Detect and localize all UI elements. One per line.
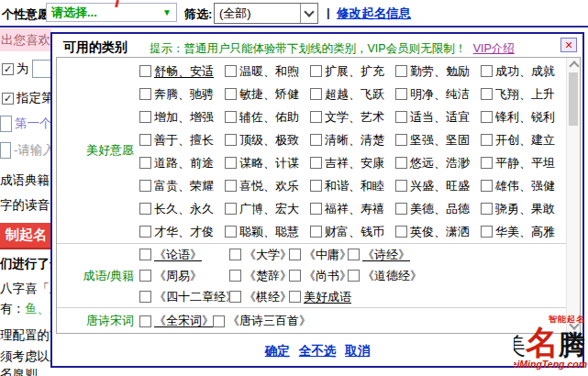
- category-item[interactable]: 锋利、锐利: [481, 105, 566, 128]
- checkbox[interactable]: [139, 180, 151, 192]
- checkbox[interactable]: [139, 157, 151, 169]
- category-item[interactable]: 《诗经》: [348, 244, 410, 265]
- category-item[interactable]: 《中庸》: [289, 244, 348, 265]
- checkbox[interactable]: [481, 180, 493, 192]
- checkbox[interactable]: [310, 203, 322, 215]
- category-item[interactable]: 增加、增强: [139, 105, 225, 128]
- category-item[interactable]: 敏捷、矫健: [225, 83, 310, 105]
- category-item[interactable]: 道路、前途: [139, 151, 225, 174]
- checkbox[interactable]: [229, 270, 241, 282]
- category-item[interactable]: 雄伟、强健: [481, 174, 566, 197]
- checkbox[interactable]: [289, 291, 301, 303]
- category-item[interactable]: 辅佐、佑助: [225, 105, 310, 128]
- category-item[interactable]: 舒畅、安适: [139, 60, 225, 83]
- text-input[interactable]: [32, 60, 51, 78]
- category-item[interactable]: 华美、高雅: [481, 220, 566, 243]
- firstchar-link[interactable]: 第一个字: [15, 116, 50, 132]
- category-item[interactable]: 悠远、浩渺: [395, 151, 481, 174]
- checkbox[interactable]: [139, 270, 151, 282]
- category-item[interactable]: 《论语》: [139, 244, 229, 265]
- scrollbar-thumb[interactable]: [569, 72, 578, 126]
- checkbox[interactable]: [139, 315, 151, 327]
- checkbox[interactable]: [139, 291, 151, 303]
- category-item[interactable]: 《道德经》: [348, 265, 422, 286]
- category-item[interactable]: 喜悦、欢乐: [225, 174, 310, 197]
- category-item[interactable]: 谋略、计谋: [225, 151, 310, 174]
- category-item[interactable]: 兴盛、旺盛: [395, 174, 481, 197]
- checkbox[interactable]: [481, 157, 493, 169]
- checkbox[interactable]: [395, 65, 407, 77]
- category-item[interactable]: 《尚书》: [289, 265, 348, 286]
- category-item[interactable]: 和谐、和睦: [310, 174, 395, 197]
- deselect-all-link[interactable]: 全不选: [299, 344, 337, 358]
- category-item[interactable]: 勤劳、勉励: [395, 60, 481, 83]
- category-item[interactable]: 《周易》: [139, 265, 229, 286]
- checkbox[interactable]: [139, 249, 151, 260]
- checkbox[interactable]: [310, 88, 322, 100]
- checkbox[interactable]: [481, 226, 493, 238]
- checkbox[interactable]: [481, 134, 493, 146]
- checked-checkbox[interactable]: ✓: [2, 93, 14, 105]
- cancel-link[interactable]: 取消: [345, 344, 370, 358]
- confirm-link[interactable]: 确定: [265, 344, 290, 358]
- text-input[interactable]: [0, 116, 12, 132]
- vertical-scrollbar[interactable]: [566, 58, 580, 333]
- category-item[interactable]: 超越、飞跃: [310, 83, 395, 105]
- checkbox[interactable]: [310, 65, 322, 77]
- checkbox[interactable]: [225, 65, 237, 77]
- checkbox[interactable]: [289, 249, 301, 260]
- category-item[interactable]: 《四十二章经》: [139, 286, 229, 307]
- checkbox[interactable]: [139, 134, 151, 146]
- checkbox[interactable]: [229, 249, 241, 260]
- checkbox[interactable]: [225, 180, 237, 192]
- category-item[interactable]: 顶级、极致: [225, 128, 310, 151]
- scroll-up-icon[interactable]: [569, 61, 579, 71]
- category-item[interactable]: 美德、品德: [395, 197, 481, 220]
- checkbox[interactable]: [310, 180, 322, 192]
- category-item[interactable]: 财富、钱币: [310, 220, 395, 243]
- custom-naming-button[interactable]: 制起名: [0, 223, 57, 249]
- checkbox[interactable]: [139, 88, 151, 100]
- checkbox[interactable]: [213, 315, 225, 327]
- checkbox[interactable]: [310, 111, 322, 123]
- checkbox[interactable]: [395, 180, 407, 192]
- checkbox[interactable]: [395, 157, 407, 169]
- category-item[interactable]: 温暖、和煦: [225, 60, 310, 83]
- checkbox[interactable]: [395, 203, 407, 215]
- category-item[interactable]: 善于、擅长: [139, 128, 225, 151]
- category-item[interactable]: 飞翔、上升: [481, 83, 566, 105]
- category-item[interactable]: 平静、平坦: [481, 151, 566, 174]
- modify-info-link[interactable]: 修改起名信息: [337, 6, 411, 22]
- checkbox[interactable]: [139, 65, 151, 77]
- category-item[interactable]: 坚强、坚固: [395, 128, 481, 151]
- category-item[interactable]: 文学、艺术: [310, 105, 395, 128]
- category-item[interactable]: 扩展、扩充: [310, 60, 395, 83]
- category-item[interactable]: 适当、适宜: [395, 105, 481, 128]
- category-item[interactable]: 明净、纯洁: [395, 83, 481, 105]
- vip-intro-link[interactable]: VIP介绍: [473, 42, 515, 55]
- checkbox[interactable]: [139, 203, 151, 215]
- checkbox[interactable]: [481, 88, 493, 100]
- checkbox[interactable]: [481, 203, 493, 215]
- category-item[interactable]: 才华、才俊: [139, 220, 225, 243]
- checkbox[interactable]: [395, 226, 407, 238]
- checkbox[interactable]: [225, 203, 237, 215]
- category-item[interactable]: 福祥、寿禧: [310, 197, 395, 220]
- checkbox[interactable]: [395, 134, 407, 146]
- preference-dropdown[interactable]: 请选择... ▼: [46, 3, 177, 22]
- checkbox[interactable]: [348, 270, 360, 282]
- category-item[interactable]: 奔腾、驰骋: [139, 83, 225, 105]
- text-input[interactable]: [0, 142, 11, 159]
- category-item[interactable]: 美好成语: [289, 286, 348, 307]
- checkbox[interactable]: [310, 134, 322, 146]
- close-button[interactable]: ✕: [560, 38, 577, 52]
- category-item[interactable]: 吉祥、安康: [310, 151, 395, 174]
- checkbox[interactable]: [310, 157, 322, 169]
- category-item[interactable]: 成功、成就: [481, 60, 566, 83]
- checkbox[interactable]: [348, 249, 360, 260]
- category-item[interactable]: 长久、永久: [139, 197, 225, 220]
- category-item[interactable]: 聪颖、聪慧: [225, 220, 310, 243]
- checkbox[interactable]: [225, 226, 237, 238]
- category-item[interactable]: 《全宋词》: [139, 308, 213, 334]
- checkbox[interactable]: [395, 111, 407, 123]
